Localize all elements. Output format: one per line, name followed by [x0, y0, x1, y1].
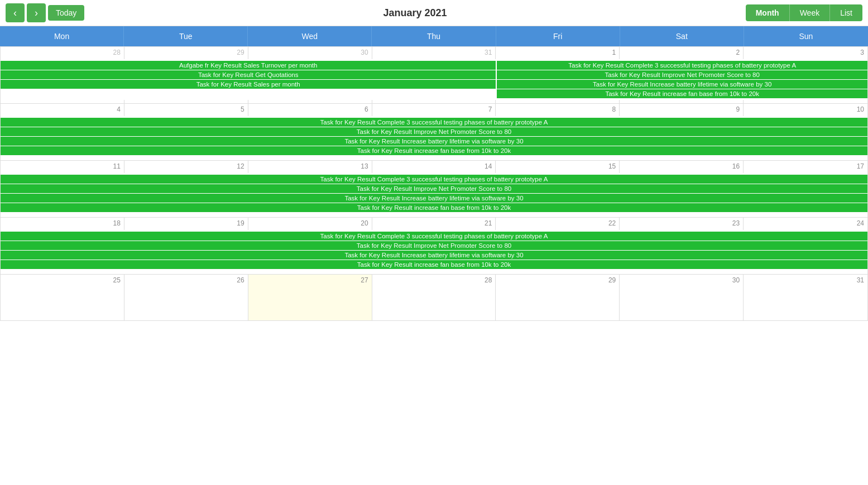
- day-9: 9: [620, 104, 744, 116]
- toolbar-left: ‹ › Today: [6, 3, 84, 22]
- week-1: 28 29 30 31 1 2 3 Aufgabe fr Key Result …: [0, 46, 868, 104]
- prev-button[interactable]: ‹: [6, 3, 25, 22]
- week-3: 11 12 13 14 15 16 17 Task for Key Result…: [0, 161, 868, 218]
- day-7: 7: [372, 104, 496, 116]
- event-row-3: Task for Key Result Sales per month Task…: [1, 80, 867, 89]
- day-11: 11: [1, 161, 124, 173]
- event-row-w3-1: Task for Key Result Complete 3 successfu…: [1, 175, 867, 184]
- event-row-4: Task for Key Result increase fan base fr…: [1, 89, 867, 98]
- week-4-day-nums: 18 19 20 21 22 23 24: [1, 218, 867, 230]
- week-5: 25 26 27 28 29 30 31: [0, 275, 868, 321]
- header-thu: Thu: [372, 26, 496, 46]
- day-12: 12: [124, 161, 248, 173]
- calendar-outer: Mon Tue Wed Thu Fri Sat Sun 28 29 30 31 …: [0, 26, 868, 321]
- day-14: 14: [372, 161, 496, 173]
- event-row-w4-4: Task for Key Result increase fan base fr…: [1, 260, 867, 269]
- event-improve-net-w2[interactable]: Task for Key Result Improve Net Promoter…: [1, 127, 867, 136]
- week-1-events: Aufgabe fr Key Result Sales Turnover per…: [1, 59, 867, 100]
- event-row-w2-1: Task for Key Result Complete 3 successfu…: [1, 118, 867, 127]
- week-4-events: Task for Key Result Complete 3 successfu…: [1, 230, 867, 271]
- next-button[interactable]: ›: [27, 3, 46, 22]
- event-increase-battery-w2[interactable]: Task for Key Result Increase battery lif…: [1, 137, 867, 146]
- event-row-w4-3: Task for Key Result Increase battery lif…: [1, 251, 867, 260]
- week-2: 4 5 6 7 8 9 10 Task for Key Result Compl…: [0, 104, 868, 161]
- event-increase-battery-w4[interactable]: Task for Key Result Increase battery lif…: [1, 251, 867, 260]
- event-improve-net-w4[interactable]: Task for Key Result Improve Net Promoter…: [1, 241, 867, 250]
- week-2-events: Task for Key Result Complete 3 successfu…: [1, 116, 867, 157]
- event-row-2: Task for Key Result Get Quotations Task …: [1, 70, 867, 79]
- day-31-dec: 31: [372, 47, 496, 59]
- day-29: 29: [124, 47, 248, 59]
- week-2-day-nums: 4 5 6 7 8 9 10: [1, 104, 867, 116]
- day-28: 28: [1, 47, 124, 59]
- day-27-today: 27: [248, 275, 372, 287]
- event-row-w3-4: Task for Key Result increase fan base fr…: [1, 203, 867, 212]
- day-8: 8: [496, 104, 620, 116]
- calendar-header: Mon Tue Wed Thu Fri Sat Sun: [0, 26, 868, 46]
- today-button[interactable]: Today: [48, 5, 84, 21]
- event-row-w2-4: Task for Key Result increase fan base fr…: [1, 146, 867, 155]
- day-15: 15: [496, 161, 620, 173]
- day-4: 4: [1, 104, 124, 116]
- event-row-w3-2: Task for Key Result Improve Net Promoter…: [1, 184, 867, 193]
- header-sat: Sat: [620, 26, 744, 46]
- event-row-w4-2: Task for Key Result Improve Net Promoter…: [1, 241, 867, 250]
- week-5-day-nums: 25 26 27 28 29 30 31: [1, 275, 867, 287]
- event-complete-w4[interactable]: Task for Key Result Complete 3 successfu…: [1, 232, 867, 241]
- day-23: 23: [620, 218, 744, 230]
- day-10: 10: [744, 104, 867, 116]
- event-row-1: Aufgabe fr Key Result Sales Turnover per…: [1, 61, 867, 70]
- toolbar: ‹ › Today January 2021 Month Week List: [0, 0, 868, 26]
- month-view-button[interactable]: Month: [746, 4, 789, 21]
- day-25: 25: [1, 275, 124, 287]
- day-6: 6: [248, 104, 372, 116]
- week-4: 18 19 20 21 22 23 24 Task for Key Result…: [0, 218, 868, 275]
- day-28-jan: 28: [372, 275, 496, 287]
- day-24: 24: [744, 218, 867, 230]
- event-row-w2-3: Task for Key Result Increase battery lif…: [1, 137, 867, 146]
- week-view-button[interactable]: Week: [789, 4, 830, 21]
- event-aufgabe[interactable]: Aufgabe fr Key Result Sales Turnover per…: [1, 61, 496, 70]
- day-19: 19: [124, 218, 248, 230]
- week-1-day-nums: 28 29 30 31 1 2 3: [1, 47, 867, 59]
- event-increase-battery-w3[interactable]: Task for Key Result Increase battery lif…: [1, 194, 867, 203]
- event-fan-base-w4[interactable]: Task for Key Result increase fan base fr…: [1, 260, 867, 269]
- day-13: 13: [248, 161, 372, 173]
- event-get-quotations[interactable]: Task for Key Result Get Quotations: [1, 70, 496, 79]
- event-fan-base-w2[interactable]: Task for Key Result increase fan base fr…: [1, 146, 867, 155]
- day-17: 17: [744, 161, 867, 173]
- event-increase-battery-w1[interactable]: Task for Key Result Increase battery lif…: [497, 80, 867, 89]
- event-improve-net-w1[interactable]: Task for Key Result Improve Net Promoter…: [497, 70, 867, 79]
- list-view-button[interactable]: List: [829, 4, 862, 21]
- day-1: 1: [496, 47, 620, 59]
- day-30-jan: 30: [620, 275, 744, 287]
- calendar-title: January 2021: [84, 7, 745, 19]
- day-30: 30: [248, 47, 372, 59]
- event-fan-base-w3[interactable]: Task for Key Result increase fan base fr…: [1, 203, 867, 212]
- view-switcher: Month Week List: [746, 4, 862, 21]
- event-sales-per-month[interactable]: Task for Key Result Sales per month: [1, 80, 496, 89]
- day-26: 26: [124, 275, 248, 287]
- day-2: 2: [620, 47, 744, 59]
- event-fan-base-w1[interactable]: Task for Key Result increase fan base fr…: [497, 89, 867, 98]
- day-29-jan: 29: [496, 275, 620, 287]
- event-complete-w2[interactable]: Task for Key Result Complete 3 successfu…: [1, 118, 867, 127]
- day-16: 16: [620, 161, 744, 173]
- header-mon: Mon: [0, 26, 124, 46]
- header-tue: Tue: [124, 26, 248, 46]
- day-22: 22: [496, 218, 620, 230]
- event-row-w4-1: Task for Key Result Complete 3 successfu…: [1, 232, 867, 241]
- week-3-day-nums: 11 12 13 14 15 16 17: [1, 161, 867, 173]
- day-18: 18: [1, 218, 124, 230]
- event-complete-w3[interactable]: Task for Key Result Complete 3 successfu…: [1, 175, 867, 184]
- event-improve-net-w3[interactable]: Task for Key Result Improve Net Promoter…: [1, 184, 867, 193]
- day-5: 5: [124, 104, 248, 116]
- header-sun: Sun: [744, 26, 868, 46]
- header-fri: Fri: [496, 26, 620, 46]
- day-21: 21: [372, 218, 496, 230]
- event-complete-w1[interactable]: Task for Key Result Complete 3 successfu…: [497, 61, 867, 70]
- event-row-w3-3: Task for Key Result Increase battery lif…: [1, 194, 867, 203]
- week-3-events: Task for Key Result Complete 3 successfu…: [1, 173, 867, 214]
- day-3: 3: [744, 47, 867, 59]
- day-31-jan: 31: [744, 275, 867, 287]
